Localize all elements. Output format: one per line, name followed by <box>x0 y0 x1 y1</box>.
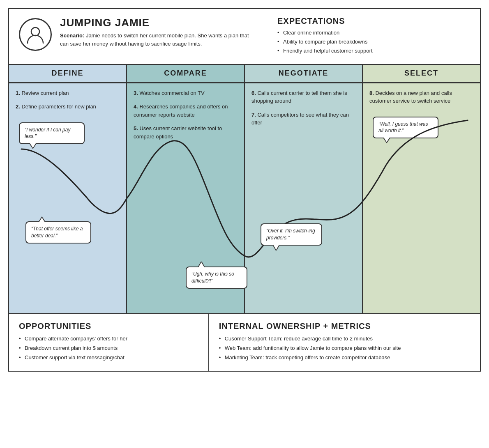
metrics-col: INTERNAL OWNERSHIP + METRICS Cusomer Sup… <box>209 314 480 371</box>
bubble-text-negotiate-bottom: “Over it. I’m switch-ing providers.” <box>261 223 322 246</box>
list-item: Cusomer Support Team: reduce average cal… <box>219 335 470 342</box>
stage-title-select: SELECT <box>404 69 438 77</box>
list-item: Ability to compare plan breakdowns <box>277 38 470 46</box>
step-3: 3. Watches commercial on TV <box>134 89 238 97</box>
bubble-select-top: “Well, I guess that was all worth it.” <box>373 117 438 139</box>
header-section: JUMPING JAMIE Scenario: Jamie needs to s… <box>9 9 480 65</box>
select-content: 8. Decides on a new plan and calls custo… <box>362 83 480 313</box>
step-8: 8. Decides on a new plan and calls custo… <box>369 89 473 105</box>
stage-col-define: DEFINE <box>9 65 127 83</box>
metrics-title: INTERNAL OWNERSHIP + METRICS <box>219 322 470 331</box>
step-4: 4. Researches companies and offers on co… <box>134 103 238 119</box>
opportunities-list: Compare alternate companys’ offers for h… <box>19 335 198 362</box>
persona-scenario: Scenario: Jamie needs to switch her curr… <box>60 32 253 48</box>
stage-col-negotiate: NEGOTIATE <box>245 65 363 83</box>
expectations-section: EXPECTATIONS Clear online information Ab… <box>261 16 470 57</box>
stages-content-area: 1. Review current plan 2. Define paramet… <box>9 83 480 314</box>
stage-header-select: SELECT <box>363 65 480 83</box>
step-5: 5. Uses current carrier website tool to … <box>134 124 238 140</box>
list-item: Customer support via text messaging/chat <box>19 354 198 361</box>
bubble-text-compare-bottom: “Ugh, why is this so difficult?!” <box>186 267 247 289</box>
bottom-section: OPPORTUNITIES Compare alternate companys… <box>9 314 480 371</box>
stage-title-compare: COMPARE <box>164 69 207 77</box>
stage-header-negotiate: NEGOTIATE <box>245 65 362 83</box>
bubble-text-select: “Well, I guess that was all worth it.” <box>373 117 438 139</box>
list-item: Friendly and helpful customer support <box>277 47 470 55</box>
bubble-define-bottom: “That offer seems like a better deal.” <box>25 221 91 244</box>
bubble-define-top: “I wonder if I can pay less.” <box>19 122 85 145</box>
define-content: 1. Review current plan 2. Define paramet… <box>9 83 126 313</box>
list-item: Clear online information <box>277 29 470 37</box>
svg-point-0 <box>31 28 39 36</box>
stage-title-define: DEFINE <box>51 69 83 77</box>
bubble-compare-bottom: “Ugh, why is this so difficult?!” <box>186 267 247 289</box>
list-item: Compare alternate companys’ offers for h… <box>19 335 198 342</box>
expectations-list: Clear online information Ability to comp… <box>277 29 470 55</box>
step-7: 7. Calls competitors to see what they ca… <box>251 111 355 127</box>
list-item: Breakdown current plan into $ amounts <box>19 345 198 352</box>
persona-name: JUMPING JAMIE <box>60 16 253 29</box>
list-item: Web Team: add funtionality to allow Jami… <box>219 345 470 352</box>
negotiate-content: 6. Calls current carrier to tell them sh… <box>245 83 362 313</box>
stage-header-define: DEFINE <box>9 65 126 83</box>
stage-col-compare: COMPARE <box>127 65 245 83</box>
stages-wrapper: DEFINE COMPARE NEGOTIATE SELECT <box>9 65 480 314</box>
scenario-label: Scenario: <box>60 32 84 39</box>
scenario-text: Jamie needs to switch her current mobile… <box>60 32 249 47</box>
page-container: JUMPING JAMIE Scenario: Jamie needs to s… <box>8 8 481 372</box>
avatar <box>19 18 52 51</box>
step-6: 6. Calls current carrier to tell them sh… <box>251 89 355 105</box>
expectations-title: EXPECTATIONS <box>277 16 470 26</box>
bubble-text-define-bottom: “That offer seems like a better deal.” <box>25 221 91 244</box>
opportunities-title: OPPORTUNITIES <box>19 322 198 331</box>
stage-header-compare: COMPARE <box>127 65 244 83</box>
stage-headers: DEFINE COMPARE NEGOTIATE SELECT <box>9 65 480 83</box>
step-2: 2. Define parameters for new plan <box>16 103 120 111</box>
stage-title-negotiate: NEGOTIATE <box>279 69 329 77</box>
list-item: Marketing Team: track competing offers t… <box>219 354 470 361</box>
stage-col-select: SELECT <box>363 65 480 83</box>
metrics-list: Cusomer Support Team: reduce average cal… <box>219 335 470 362</box>
bubble-text-define-top: “I wonder if I can pay less.” <box>19 122 85 145</box>
bubble-negotiate-bottom: “Over it. I’m switch-ing providers.” <box>261 223 322 246</box>
opportunities-col: OPPORTUNITIES Compare alternate companys… <box>9 314 209 371</box>
step-1: 1. Review current plan <box>16 89 120 97</box>
persona-info: JUMPING JAMIE Scenario: Jamie needs to s… <box>60 16 253 48</box>
